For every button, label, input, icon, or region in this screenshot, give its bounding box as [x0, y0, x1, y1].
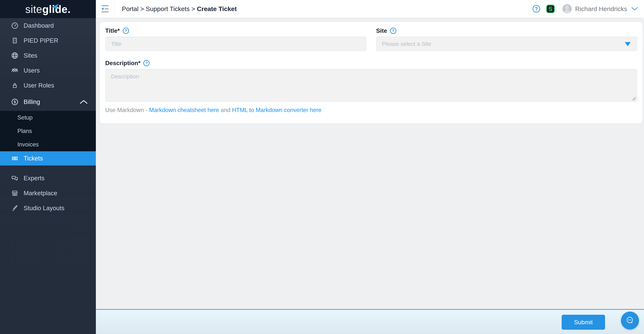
siteglide-mark-icon	[546, 4, 555, 13]
ticket-icon	[11, 154, 19, 162]
create-ticket-form-card: Title* ? Site ? Please select a Site Des…	[100, 22, 642, 123]
sidebar-nav: Dashboard PIED PIPER Sites Users User Ro…	[0, 18, 96, 216]
sidebar-item-label: Sites	[24, 52, 37, 59]
siteglide-logo[interactable]: siteglide.	[0, 0, 96, 18]
markdown-cheatsheet-link[interactable]: Markdown cheatsheet here	[149, 107, 219, 113]
footer-bar: Submit	[96, 309, 644, 334]
sidebar-item-label: Billing	[24, 98, 40, 105]
sidebar-item-users[interactable]: Users	[0, 63, 96, 78]
user-menu[interactable]: Richard Hendricks	[562, 4, 638, 13]
sidebar-item-label: Studio Layouts	[24, 205, 64, 212]
chat-fab-button[interactable]	[621, 312, 639, 330]
title-help-icon[interactable]: ?	[123, 28, 129, 34]
svg-text:$: $	[14, 100, 16, 104]
siteglide-app-badge[interactable]	[546, 4, 555, 13]
avatar	[562, 4, 572, 13]
sidebar-item-dashboard[interactable]: Dashboard	[0, 18, 96, 33]
sidebar-item-marketplace[interactable]: Marketplace	[0, 186, 96, 201]
storefront-icon	[11, 189, 19, 197]
building-icon	[11, 37, 19, 44]
site-select-placeholder: Please select a Site	[382, 41, 431, 47]
description-label-row: Description* ?	[105, 58, 637, 67]
description-field-wrap	[105, 69, 637, 102]
chat-bubble-icon	[624, 315, 636, 326]
billing-submenu: Setup Plans Invoices	[0, 111, 96, 151]
gauge-icon	[11, 22, 19, 29]
topbar: Portal > Support Tickets > Create Ticket…	[96, 0, 644, 18]
paintbrush-icon	[11, 204, 19, 212]
help-icon[interactable]: ?	[532, 5, 540, 12]
breadcrumb-current: Create Ticket	[197, 5, 237, 12]
sidebar-subitem-setup[interactable]: Setup	[0, 111, 96, 124]
sidebar-item-experts[interactable]: Experts	[0, 171, 96, 186]
site-label: Site	[376, 27, 387, 34]
submit-button[interactable]: Submit	[562, 315, 605, 330]
form-row-top: Title* ? Site ? Please select a Site	[105, 26, 637, 51]
globe-icon	[11, 52, 19, 59]
chat-bubbles-icon	[11, 174, 19, 182]
site-field-group: Site ? Please select a Site	[376, 26, 637, 51]
collapse-bar	[102, 11, 108, 12]
sidebar: siteglide. Dashboard PIED PIPER Sites Us…	[0, 0, 96, 334]
title-label: Title*	[105, 27, 120, 34]
nav-spacer	[0, 166, 96, 171]
markdown-hint: Use Markdown - Markdown cheatsheet here …	[105, 107, 637, 113]
sidebar-item-pied-piper[interactable]: PIED PIPER	[0, 33, 96, 48]
site-help-icon[interactable]: ?	[390, 28, 396, 34]
chevron-down-icon	[631, 7, 638, 11]
paper-plane-icon	[51, 3, 59, 10]
title-input[interactable]	[105, 37, 366, 51]
select-caret-icon	[625, 42, 631, 46]
dollar-circle-icon: $	[11, 98, 19, 106]
sidebar-item-label: Dashboard	[24, 22, 54, 29]
resize-grip-icon[interactable]	[632, 96, 636, 100]
user-name: Richard Hendricks	[575, 5, 627, 12]
collapse-mid	[102, 7, 108, 10]
site-label-row: Site ?	[376, 26, 637, 35]
sidebar-item-billing[interactable]: $ Billing	[0, 94, 96, 109]
chevron-up-icon	[80, 98, 88, 106]
sidebar-item-label: User Roles	[24, 82, 54, 89]
sidebar-subitem-label: Invoices	[18, 141, 39, 148]
collapse-bar	[102, 5, 108, 6]
sidebar-item-user-roles[interactable]: User Roles	[0, 78, 96, 93]
markdown-hint-middle: and	[219, 107, 232, 113]
sidebar-subitem-label: Plans	[18, 128, 32, 134]
sidebar-subitem-label: Setup	[18, 114, 32, 121]
sidebar-item-label: PIED PIPER	[24, 37, 58, 44]
lock-icon	[11, 81, 19, 89]
topbar-right: ? Richard Hendricks	[532, 4, 638, 13]
logo-text: siteglide.	[25, 3, 71, 15]
title-field-group: Title* ?	[105, 26, 366, 51]
sidebar-item-label: Experts	[24, 175, 44, 182]
description-help-icon[interactable]: ?	[144, 60, 150, 66]
collapse-bar-short	[104, 8, 108, 9]
sidebar-item-tickets[interactable]: Tickets	[0, 151, 96, 166]
sidebar-item-label: Users	[24, 67, 40, 74]
html-to-markdown-link[interactable]: HTML to Markdown converter here	[232, 107, 322, 113]
sidebar-item-sites[interactable]: Sites	[0, 48, 96, 63]
title-label-row: Title* ?	[105, 26, 366, 35]
description-textarea[interactable]	[105, 69, 637, 102]
topbar-separator	[114, 0, 114, 18]
breadcrumb[interactable]: Portal > Support Tickets > Create Ticket	[122, 5, 237, 12]
users-icon	[11, 67, 19, 74]
breadcrumb-prefix: Portal > Support Tickets >	[122, 5, 197, 12]
sidebar-subitem-invoices[interactable]: Invoices	[0, 138, 96, 151]
sidebar-item-label: Marketplace	[24, 190, 57, 197]
site-select[interactable]: Please select a Site	[376, 37, 637, 51]
collapse-arrow-left-icon	[102, 7, 104, 10]
description-label: Description*	[105, 60, 140, 67]
markdown-hint-prefix: Use Markdown -	[105, 107, 149, 113]
logo-text-site: site	[25, 3, 42, 15]
sidebar-item-studio-layouts[interactable]: Studio Layouts	[0, 201, 96, 216]
sidebar-collapse-icon[interactable]	[102, 5, 108, 12]
sidebar-item-label: Tickets	[24, 155, 43, 162]
sidebar-subitem-plans[interactable]: Plans	[0, 124, 96, 138]
main-content: Title* ? Site ? Please select a Site Des…	[96, 18, 644, 334]
